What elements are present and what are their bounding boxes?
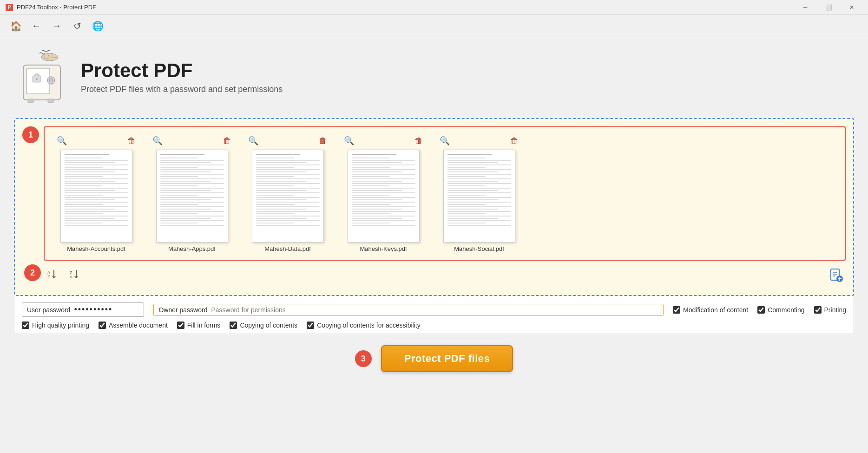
page-title: Protect PDF xyxy=(81,59,283,82)
svg-point-4 xyxy=(49,79,53,82)
list-item: 🔍 🗑 xyxy=(339,135,427,252)
file-controls-1: 🔍 🗑 xyxy=(52,135,140,147)
protect-button[interactable]: Protect PDF files xyxy=(381,345,513,372)
assemble-checkbox-group: Assemble document xyxy=(99,322,168,329)
file-name-4: Mahesh-Keys.pdf xyxy=(360,245,407,252)
owner-password-label: Owner password xyxy=(158,306,207,314)
file-controls-2: 🔍 🗑 xyxy=(148,135,236,147)
file-thumbnail-5 xyxy=(443,150,515,243)
delete-button-1[interactable]: 🗑 xyxy=(125,135,138,147)
zoom-button-3[interactable]: 🔍 xyxy=(245,135,261,147)
file-thumbnail-1 xyxy=(60,150,132,243)
step2-badge: 2 xyxy=(24,264,41,281)
commenting-label: Commenting xyxy=(768,306,804,314)
app-header-icon xyxy=(14,46,70,107)
modification-checkbox[interactable] xyxy=(673,306,680,314)
page-header: Protect PDF Protect PDF files with a pas… xyxy=(14,46,854,107)
svg-rect-11 xyxy=(28,99,33,103)
delete-button-3[interactable]: 🗑 xyxy=(316,135,330,147)
sort-controls: A Z Z A xyxy=(44,267,86,283)
settings-area: User password Owner password Modificatio… xyxy=(14,296,854,334)
step2-left: 2 A Z Z A xyxy=(24,264,86,286)
maximize-button[interactable]: ⬜ xyxy=(818,0,839,15)
toolbar: 🏠 ← → ↺ 🌐 xyxy=(0,15,868,37)
printing-label: Printing xyxy=(824,306,846,314)
zoom-button-4[interactable]: 🔍 xyxy=(341,135,357,147)
close-button[interactable]: ✕ xyxy=(841,0,862,15)
settings-row2: High quality printing Assemble document … xyxy=(22,322,846,329)
main-content: Protect PDF Protect PDF files with a pas… xyxy=(0,37,868,393)
copying-accessibility-checkbox[interactable] xyxy=(307,322,314,329)
file-name-3: Mahesh-Data.pdf xyxy=(264,245,311,252)
sort-az-button[interactable]: A Z xyxy=(44,267,64,283)
delete-button-2[interactable]: 🗑 xyxy=(220,135,234,147)
user-password-group: User password xyxy=(22,302,144,317)
owner-password-group: Owner password xyxy=(153,304,664,316)
add-file-button[interactable] xyxy=(828,267,844,283)
copying-checkbox-group: Copying of contents xyxy=(230,322,297,329)
home-button[interactable]: 🏠 xyxy=(7,18,24,34)
fill-forms-label: Fill in forms xyxy=(187,322,221,329)
step2-controls-row: 2 A Z Z A xyxy=(22,261,846,288)
delete-button-4[interactable]: 🗑 xyxy=(412,135,426,147)
delete-button-5[interactable]: 🗑 xyxy=(507,135,521,147)
list-item: 🔍 🗑 xyxy=(148,135,236,252)
user-password-label: User password xyxy=(27,306,70,314)
svg-point-10 xyxy=(36,78,38,80)
file-thumbnail-2 xyxy=(156,150,228,243)
action-area: 3 Protect PDF files xyxy=(14,334,854,383)
undo-button[interactable]: ↺ xyxy=(69,18,85,34)
add-file-icon xyxy=(829,268,843,282)
svg-text:A: A xyxy=(70,275,72,279)
page-subtitle: Protect PDF files with a password and se… xyxy=(81,85,283,94)
printing-checkbox-group: Printing xyxy=(814,306,846,314)
list-item: 🔍 🗑 xyxy=(52,135,140,252)
files-grid: 🔍 🗑 xyxy=(52,135,837,252)
zoom-button-2[interactable]: 🔍 xyxy=(150,135,165,147)
high-quality-checkbox[interactable] xyxy=(22,322,29,329)
sort-za-button[interactable]: Z A xyxy=(66,267,86,283)
copying-accessibility-checkbox-group: Copying of contents for accessibility xyxy=(307,322,421,329)
window-title: PDF24 Toolbox - Protect PDF xyxy=(17,4,96,11)
file-name-1: Mahesh-Accounts.pdf xyxy=(67,245,125,252)
forward-button[interactable]: → xyxy=(48,18,65,34)
sort-za-icon: Z A xyxy=(70,269,83,279)
minimize-button[interactable]: ─ xyxy=(795,0,816,15)
files-section: 1 🔍 🗑 xyxy=(14,118,854,296)
fill-forms-checkbox-group: Fill in forms xyxy=(177,322,221,329)
copying-accessibility-label: Copying of contents for accessibility xyxy=(317,322,421,329)
printing-checkbox[interactable] xyxy=(814,306,822,314)
sort-az-icon: A Z xyxy=(47,269,60,279)
step3-badge: 3 xyxy=(355,350,372,367)
window-controls: ─ ⬜ ✕ xyxy=(795,0,862,15)
owner-password-input[interactable] xyxy=(211,306,658,314)
step1-badge: 1 xyxy=(22,126,39,143)
profile-button[interactable]: 🌐 xyxy=(89,18,106,34)
titlebar: P PDF24 Toolbox - Protect PDF ─ ⬜ ✕ xyxy=(0,0,868,15)
file-controls-5: 🔍 🗑 xyxy=(435,135,523,147)
user-password-input[interactable] xyxy=(74,305,139,315)
zoom-button-1[interactable]: 🔍 xyxy=(54,135,70,147)
zoom-button-5[interactable]: 🔍 xyxy=(437,135,453,147)
settings-row1: User password Owner password Modificatio… xyxy=(22,302,846,317)
high-quality-checkbox-group: High quality printing xyxy=(22,322,89,329)
copying-label: Copying of contents xyxy=(240,322,297,329)
back-button[interactable]: ← xyxy=(28,18,45,34)
file-name-5: Mahesh-Social.pdf xyxy=(454,245,504,252)
file-name-2: Mahesh-Apps.pdf xyxy=(168,245,216,252)
fill-forms-checkbox[interactable] xyxy=(177,322,184,329)
assemble-label: Assemble document xyxy=(109,322,168,329)
copying-checkbox[interactable] xyxy=(230,322,237,329)
assemble-checkbox[interactable] xyxy=(99,322,106,329)
modification-checkbox-group: Modification of content xyxy=(673,306,748,314)
commenting-checkbox-group: Commenting xyxy=(757,306,804,314)
files-grid-wrapper: 🔍 🗑 xyxy=(44,126,846,261)
commenting-checkbox[interactable] xyxy=(757,306,765,314)
modification-label: Modification of content xyxy=(683,306,748,314)
step1-row: 1 🔍 🗑 xyxy=(22,126,846,261)
file-controls-3: 🔍 🗑 xyxy=(243,135,332,147)
file-controls-4: 🔍 🗑 xyxy=(339,135,427,147)
high-quality-label: High quality printing xyxy=(32,322,89,329)
file-thumbnail-3 xyxy=(252,150,324,243)
header-text: Protect PDF Protect PDF files with a pas… xyxy=(81,59,283,94)
